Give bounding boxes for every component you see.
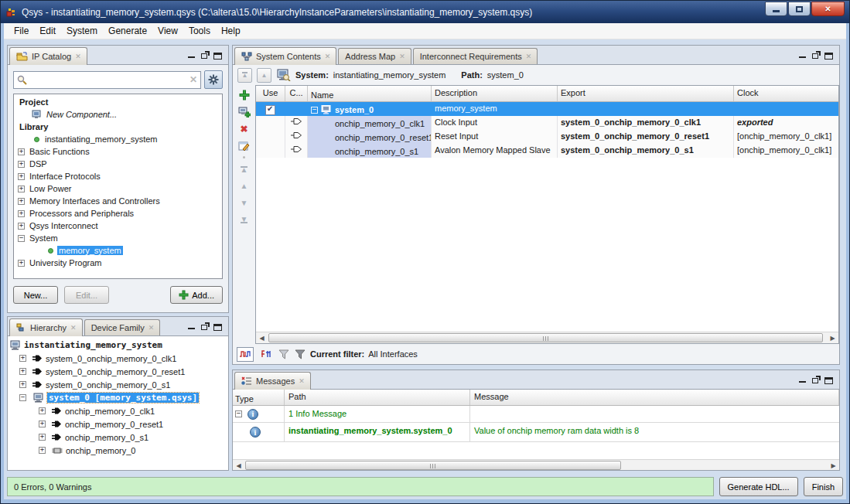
hierarchy-item[interactable]: onchip_memory_0_reset1 [9, 417, 227, 431]
scrollbar-thumb[interactable] [245, 461, 621, 470]
menu-tools[interactable]: Tools [183, 24, 216, 38]
panel-float-icon[interactable] [201, 325, 207, 330]
expand-icon[interactable] [18, 186, 25, 192]
table-row-reset1[interactable]: onchip_memory_0_reset1 Reset Input syste… [256, 130, 838, 144]
hierarchy-item[interactable]: system_0_onchip_memory_0_clk1 [9, 352, 227, 365]
message-row[interactable]: instantiating_memory_system.system_0 Val… [233, 423, 839, 442]
move-down-button[interactable]: ▼ [237, 196, 251, 209]
tree-item-low-power[interactable]: Low Power [14, 182, 222, 195]
move-to-top-button[interactable]: ▲ [237, 68, 252, 83]
tree-item-interface-protocols[interactable]: Interface Protocols [14, 170, 222, 182]
panel-minimize-icon[interactable] [799, 54, 806, 58]
close-icon[interactable] [399, 53, 405, 60]
tree-item-new-component[interactable]: New Component... [14, 108, 222, 121]
panel-float-icon[interactable] [812, 378, 818, 383]
tab-system-contents[interactable]: System Contents [234, 47, 336, 65]
horizontal-scrollbar[interactable]: ◀ ▶ [256, 332, 838, 343]
finish-button[interactable]: Finish [804, 477, 843, 496]
filter-icon[interactable] [278, 349, 290, 359]
hierarchy-item[interactable]: system_0_onchip_memory_0_reset1 [9, 365, 227, 378]
expand-icon[interactable] [18, 198, 25, 205]
panel-float-icon[interactable] [201, 53, 207, 59]
expand-icon[interactable] [39, 421, 46, 427]
export-connector-icon[interactable] [291, 117, 302, 130]
export-connector-icon[interactable] [291, 145, 302, 158]
clear-search-icon[interactable] [189, 74, 197, 85]
tree-item-basic-functions[interactable]: Basic Functions [14, 145, 222, 158]
hierarchy-root[interactable]: instantiating_memory_system [9, 339, 227, 352]
menu-help[interactable]: Help [216, 24, 246, 38]
panel-minimize-icon[interactable] [188, 54, 195, 58]
show-signals-button[interactable] [258, 347, 275, 362]
menu-view[interactable]: View [152, 24, 183, 38]
scroll-right-icon[interactable]: ▶ [827, 332, 838, 343]
column-header-description[interactable]: Description [432, 86, 558, 101]
horizontal-scrollbar[interactable]: ◀ ▶ [233, 459, 839, 470]
collapse-icon[interactable] [235, 410, 242, 417]
panel-maximize-icon[interactable] [213, 53, 222, 60]
expand-icon[interactable] [39, 434, 46, 441]
message-group-row[interactable]: 1 Info Message [233, 406, 839, 423]
edit-button-toolbar[interactable] [237, 139, 251, 152]
tab-messages[interactable]: Messages [234, 372, 311, 390]
title-bar[interactable]: Qsys - instantiating_memory_system.qsys … [1, 1, 849, 23]
menu-file[interactable]: File [9, 24, 34, 38]
tree-item-memory-system[interactable]: memory_system [14, 244, 222, 257]
show-clock-domains-button[interactable] [237, 347, 254, 362]
tab-hierarchy[interactable]: Hierarchy [9, 318, 83, 336]
edit-button[interactable]: Edit... [64, 286, 109, 304]
column-header-clock[interactable]: Clock [734, 86, 838, 101]
table-row-system-0[interactable]: system_0 memory_system [256, 102, 838, 116]
new-button[interactable]: New... [13, 286, 58, 304]
expand-icon[interactable] [19, 355, 26, 362]
close-icon[interactable] [70, 324, 76, 332]
hierarchy-item[interactable]: onchip_memory_0 [9, 444, 227, 457]
expand-icon[interactable] [18, 260, 25, 267]
collapse-icon[interactable] [19, 394, 26, 401]
close-icon[interactable] [75, 53, 80, 60]
column-header-message[interactable]: Message [470, 390, 839, 405]
column-header-export[interactable]: Export [558, 86, 734, 101]
column-header-connections[interactable]: C... [285, 86, 308, 101]
scroll-right-icon[interactable]: ▶ [828, 460, 839, 471]
tree-item-university-program[interactable]: University Program [14, 257, 222, 269]
table-row-s1[interactable]: onchip_memory_0_s1 Avalon Memory Mapped … [256, 144, 838, 158]
panel-maximize-icon[interactable] [213, 324, 222, 331]
panel-maximize-icon[interactable] [824, 377, 833, 384]
menu-edit[interactable]: Edit [34, 24, 61, 38]
panel-float-icon[interactable] [812, 53, 818, 59]
column-header-use[interactable]: Use [256, 86, 285, 101]
expand-icon[interactable] [18, 173, 25, 180]
close-button[interactable] [811, 2, 845, 16]
search-input[interactable] [30, 75, 186, 84]
close-icon[interactable] [526, 53, 531, 60]
scroll-left-icon[interactable]: ◀ [233, 460, 244, 471]
collapse-icon[interactable] [311, 107, 318, 114]
tree-item-processors[interactable]: Processors and Peripherals [14, 207, 222, 220]
hierarchy-item[interactable]: onchip_memory_0_clk1 [9, 404, 227, 417]
tree-item-system[interactable]: System [14, 232, 222, 244]
generate-hdl-button[interactable]: Generate HDL... [719, 477, 798, 496]
close-icon[interactable] [299, 377, 304, 385]
scroll-left-icon[interactable]: ◀ [256, 332, 268, 343]
expand-icon[interactable] [18, 161, 25, 168]
expand-icon[interactable] [39, 407, 46, 414]
hierarchy-item-system-0[interactable]: system_0 [memory_system.qsys] [9, 391, 227, 404]
tree-item-memory-interfaces[interactable]: Memory Interfaces and Controllers [14, 195, 222, 207]
panel-maximize-icon[interactable] [824, 53, 833, 60]
move-bottom-button[interactable]: ▼ [237, 213, 251, 226]
expand-icon[interactable] [39, 447, 46, 454]
use-checkbox[interactable] [265, 105, 275, 115]
tab-device-family[interactable]: Device Family [84, 319, 161, 335]
table-row-clk1[interactable]: onchip_memory_0_clk1 Clock Input system_… [256, 116, 838, 130]
add-system-button[interactable] [237, 105, 251, 118]
tree-item-dsp[interactable]: DSP [14, 158, 222, 170]
collapse-icon[interactable] [18, 235, 25, 242]
scrollbar-thumb[interactable] [268, 333, 823, 342]
column-header-name[interactable]: Name [308, 86, 432, 101]
menu-generate[interactable]: Generate [103, 24, 152, 38]
panel-minimize-icon[interactable] [799, 379, 806, 383]
tab-ip-catalog[interactable]: IP Catalog [9, 47, 87, 65]
close-icon[interactable] [148, 324, 154, 332]
add-button[interactable]: Add... [170, 286, 223, 304]
